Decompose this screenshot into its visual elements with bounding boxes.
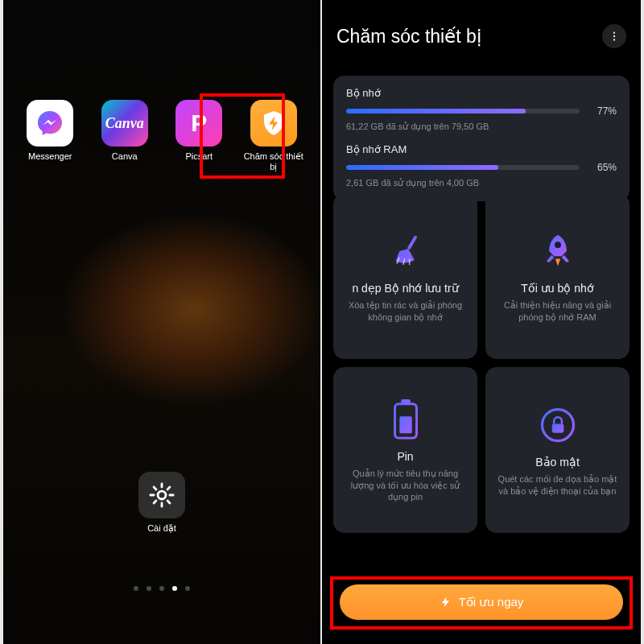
app-label: Chăm sóc thiết bị [241,151,307,171]
app-messenger[interactable]: Messenger [16,100,85,171]
svg-rect-12 [407,235,417,250]
app-label: Canva [112,151,138,162]
svg-line-7 [167,487,170,489]
tile-desc: Xóa tệp tin rác và giải phóng không gian… [343,299,468,324]
app-grid: Messenger Canva Canva P Picsart Chăm sóc… [16,100,308,171]
tile-title: n dẹp Bộ nhớ lưu trữ [352,282,458,295]
app-canva[interactable]: Canva Canva [91,100,159,171]
gear-icon [138,472,185,518]
svg-point-11 [613,39,615,40]
tile-title: Pin [397,450,413,463]
page-dot [159,586,164,591]
storage-percent: 77% [589,105,617,117]
more-vertical-icon [609,31,620,42]
tile-title: Bảo mật [535,456,580,469]
messenger-icon [27,100,73,147]
tile-desc: Quản lý mức tiêu thụ năng lượng và tối ư… [343,468,468,504]
ram-percent: 65% [589,162,617,173]
memory-card[interactable]: Bộ nhớ 77% 61,22 GB đã sử dụng trên 79,5… [333,76,630,201]
svg-point-0 [158,491,166,499]
tile-desc: Cải thiện hiệu năng và giải phóng bộ nhớ… [495,299,620,324]
canva-icon: Canva [101,100,148,147]
tile-desc: Quét các mối đe dọa bảo mật và bảo vệ đi… [495,473,620,497]
tile-battery[interactable]: Pin Quản lý mức tiêu thụ năng lượng và t… [333,367,477,533]
picsart-icon: P [175,100,222,147]
wallpaper [3,0,320,644]
tile-title: Tối ưu bộ nhớ [521,282,593,295]
rocket-icon [535,229,580,274]
page-dot [147,586,151,591]
app-label: Messenger [28,151,72,162]
svg-line-6 [167,501,170,503]
svg-rect-21 [551,424,564,433]
storage-title: Bộ nhớ [346,87,617,99]
device-care-shield-icon [250,100,297,147]
svg-point-9 [613,31,615,33]
ram-title: Bộ nhớ RAM [346,143,617,155]
page-dot-active [172,586,177,591]
tile-clean-storage[interactable]: n dẹp Bộ nhớ lưu trữ Xóa tệp tin rác và … [333,193,477,359]
lock-circle-icon [535,402,580,448]
svg-rect-19 [399,416,411,433]
feature-grid: n dẹp Bộ nhớ lưu trữ Xóa tệp tin rác và … [333,193,630,533]
bolt-icon [440,595,452,609]
optimize-now-button[interactable]: Tối ưu ngay [340,584,623,620]
battery-icon [383,397,428,442]
tile-optimize-memory[interactable]: Tối ưu bộ nhớ Cải thiện hiệu năng và giả… [485,193,630,359]
ram-progress [346,165,580,170]
header: Chăm sóc thiết bị [336,24,626,48]
broom-icon [383,229,428,274]
app-label: Cài đặt [147,523,176,534]
page-title: Chăm sóc thiết bị [336,26,481,47]
storage-detail: 61,22 GB đã sử dụng trên 79,50 GB [346,122,617,132]
tile-security[interactable]: Bảo mật Quét các mối đe dọa bảo mật và b… [485,367,630,533]
svg-line-8 [154,501,156,503]
app-settings[interactable]: Cài đặt [3,472,320,534]
right-phone: Chăm sóc thiết bị Bộ nhớ 77% 61,22 GB đã… [322,0,641,644]
storage-progress [346,109,580,114]
left-phone: Messenger Canva Canva P Picsart Chăm sóc… [3,0,320,644]
more-button[interactable] [602,24,626,48]
page-dot [185,586,190,591]
app-picsart[interactable]: P Picsart [165,100,233,171]
svg-point-16 [555,242,561,248]
app-label: Picsart [185,151,213,162]
page-indicator[interactable] [3,586,320,591]
svg-point-10 [613,35,615,37]
page-dot [134,586,138,591]
svg-line-5 [154,487,156,489]
optimize-label: Tối ưu ngay [459,595,524,609]
app-device-care[interactable]: Chăm sóc thiết bị [240,100,308,171]
ram-detail: 2,61 GB đã sử dụng trên 4,00 GB [346,178,617,188]
